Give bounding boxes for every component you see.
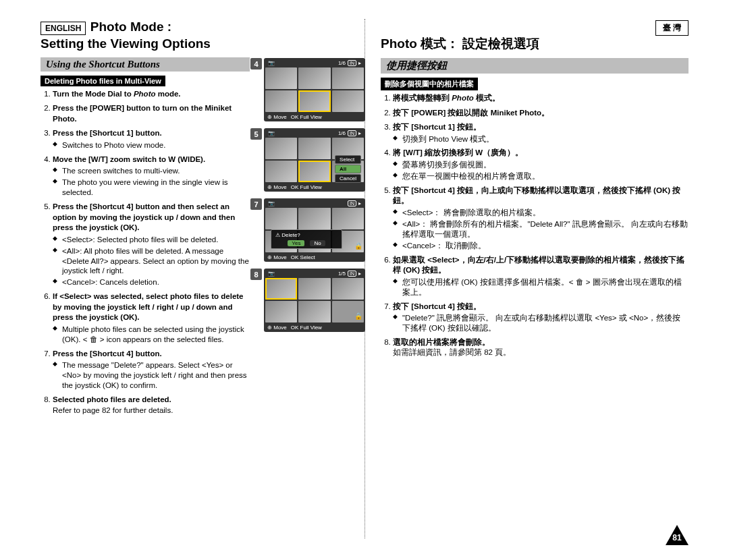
device-screen-4: 4 📷 1/6IN▸ ⊕ MoveOK Full View	[264, 58, 365, 121]
memory-icon: IN	[348, 60, 356, 66]
camera-icon: 📷	[268, 60, 275, 66]
device-screen-8: 8 📷 1/5IN▸ 🔒 ⊕ MoveOK Full View	[264, 269, 365, 332]
step-badge: 4	[250, 58, 262, 69]
delete-dialog: ⚠ Delete? YesNo	[271, 229, 342, 249]
manual-page: ENGLISH Photo Mode : Setting the Viewing…	[0, 0, 729, 560]
section-head-en: Deleting Photo files in Multi-View	[40, 76, 165, 86]
steps-en: Turn the Mode Dial to Photo mode. Press …	[40, 89, 250, 416]
page-number-badge: 81	[666, 525, 688, 548]
subtitle-zh: 使用捷徑按鈕	[381, 58, 688, 74]
title-en-line1: Photo Mode :	[90, 20, 171, 34]
lang-badge-zh: 臺 灣	[655, 20, 688, 36]
lock-icon: 🔒	[354, 312, 362, 320]
play-icon: ▸	[358, 60, 361, 66]
screenshots-column: 4 📷 1/6IN▸ ⊕ MoveOK Full View 5 📷 1/6IN▸	[255, 58, 374, 420]
subtitle-en: Using the Shortcut Buttons	[40, 57, 250, 72]
title-zh: Photo 模式： 設定檢視選項	[381, 35, 688, 53]
device-screen-5: 5 📷 1/6IN▸ Select All Cancel ⊕ MoveOK Fu…	[264, 128, 365, 192]
lang-badge-en: ENGLISH	[40, 22, 86, 35]
title-en-line2: Setting the Viewing Options	[40, 36, 250, 52]
popup-menu: Select All Cancel	[335, 155, 361, 183]
section-head-zh: 刪除多個視圖中的相片檔案	[381, 78, 478, 90]
english-column: ENGLISH Photo Mode : Setting the Viewing…	[40, 20, 255, 420]
chinese-column: 臺 灣 Photo 模式： 設定檢視選項 使用捷徑按鈕 刪除多個視圖中的相片檔案…	[374, 20, 688, 420]
steps-zh: 將模式轉盤轉到 Photo 模式。 按下 [POWER] 按鈕以開啟 Minik…	[381, 93, 688, 358]
device-screen-7: 7 📷IN▸ ⚠ Delete? YesNo 🔒 ⊕ MoveOK Select	[264, 198, 365, 262]
lock-icon: 🔒	[354, 242, 362, 250]
